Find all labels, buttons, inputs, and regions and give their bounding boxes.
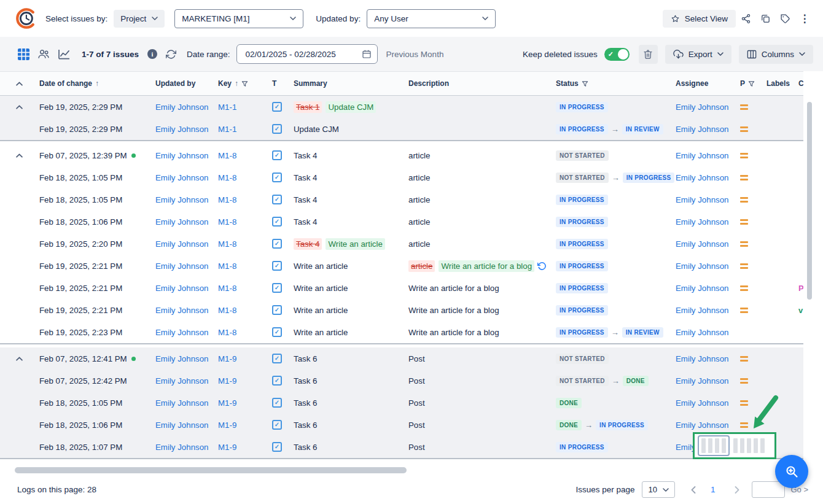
updated-by-link[interactable]: Emily Johnson [155,103,208,112]
column-header-description[interactable]: Description [408,79,556,88]
table-row[interactable]: Feb 19, 2025, 2:29 PMEmily JohnsonM1-1✓T… [0,96,803,118]
select-view-button[interactable]: Select View [663,10,736,28]
table-row[interactable]: Feb 19, 2025, 2:29 PMEmily JohnsonM1-1✓U… [0,118,803,140]
issue-key-link[interactable]: M1-1 [218,103,236,112]
updated-by-link[interactable]: Emily Johnson [155,195,208,204]
more-menu-button[interactable]: ⋮ [795,9,814,28]
collapse-all-button[interactable] [16,82,23,86]
next-page-button[interactable] [732,484,742,496]
assignee-link[interactable]: Emily Johnson [676,328,728,337]
updated-by-link[interactable]: Emily Johnson [155,217,208,227]
table-row[interactable]: Feb 19, 2025, 2:23 PMEmily JohnsonM1-8✓W… [0,321,803,343]
updated-by-link[interactable]: Emily Johnson [155,328,208,337]
sort-asc-icon[interactable]: ↑ [235,79,238,88]
keep-deleted-toggle[interactable]: ✓ [604,48,630,61]
assignee-link[interactable]: Emily Johnson [676,354,728,363]
column-header-c[interactable]: C [798,79,803,88]
assignee-link[interactable]: Emily Johnson [676,284,728,293]
share-button[interactable] [736,9,755,28]
issue-key-link[interactable]: M1-9 [218,398,236,408]
table-row[interactable]: Feb 19, 2025, 2:21 PMEmily JohnsonM1-8✓W… [0,255,803,277]
issue-key-link[interactable]: M1-8 [218,262,236,271]
column-header-labels[interactable]: Labels [766,79,798,88]
issue-key-link[interactable]: M1-8 [218,195,236,204]
updated-by-link[interactable]: Emily Johnson [155,376,208,386]
issue-key-link[interactable]: M1-8 [218,306,236,315]
issue-key-link[interactable]: M1-9 [218,354,236,363]
column-header-updated-by[interactable]: Updated by [155,79,218,88]
issue-key-link[interactable]: M1-8 [218,173,236,182]
table-row[interactable]: Feb 18, 2025, 1:06 PMEmily JohnsonM1-8✓T… [0,211,803,233]
date-range-input[interactable]: 02/01/2025 - 02/28/2025 [236,44,378,64]
project-select[interactable]: MARKETING [M1] [174,9,303,28]
issue-key-link[interactable]: M1-8 [218,217,236,227]
assignee-link[interactable]: Emily Johnson [676,125,728,134]
delete-button[interactable] [639,45,658,64]
assignee-link[interactable]: Emily Johnson [676,306,728,315]
labels-button[interactable] [775,9,795,28]
assignee-link[interactable]: Emily Johnson [676,376,728,386]
column-header-type[interactable]: T [272,79,294,88]
duplicate-view-button[interactable] [755,9,775,28]
assignee-link[interactable]: Emily Johnson [676,217,728,227]
updated-by-link[interactable]: Emily Johnson [155,306,208,315]
column-header-status[interactable]: Status [556,79,676,88]
sort-asc-icon[interactable]: ↑ [95,79,99,88]
table-row[interactable]: Feb 07, 2025, 12:42 PMEmily JohnsonM1-9✓… [0,370,803,392]
assignee-link[interactable]: Emily Johnson [676,173,728,182]
table-row[interactable]: Feb 18, 2025, 1:07 PMEmily JohnsonM1-9✓T… [0,436,803,458]
table-row[interactable]: Feb 19, 2025, 2:20 PMEmily JohnsonM1-8✓T… [0,233,803,255]
column-header-date[interactable]: Date of change ↑ [39,79,155,88]
column-header-key[interactable]: Key ↑ [218,79,272,88]
table-row[interactable]: Feb 18, 2025, 1:06 PMEmily JohnsonM1-9✓T… [0,414,803,436]
assignee-link[interactable]: Emily Johnson [676,262,728,271]
collapse-group-button[interactable] [16,357,23,361]
horizontal-scrollbar[interactable] [15,467,407,473]
table-row[interactable]: Feb 18, 2025, 1:05 PMEmily JohnsonM1-8✓T… [0,166,803,188]
table-row[interactable]: Feb 19, 2025, 2:21 PMEmily JohnsonM1-8✓W… [0,277,803,299]
updated-by-link[interactable]: Emily Johnson [155,354,208,363]
table-row[interactable]: Feb 07, 2025, 12:39 PMEmily JohnsonM1-8✓… [0,144,803,166]
assignee-link[interactable]: Emily Johnson [676,103,728,112]
updated-by-link[interactable]: Emily Johnson [155,284,208,293]
table-row[interactable]: Feb 18, 2025, 1:05 PMEmily JohnsonM1-8✓T… [0,188,803,211]
chart-view-button[interactable] [55,45,72,63]
column-header-summary[interactable]: Summary [294,79,408,88]
collapse-group-button[interactable] [16,153,23,158]
column-header-priority[interactable]: P [740,79,766,88]
issue-key-link[interactable]: M1-8 [218,284,236,293]
table-row[interactable]: Feb 18, 2025, 1:05 PMEmily JohnsonM1-9✓T… [0,392,803,414]
issue-key-link[interactable]: M1-8 [218,328,236,337]
issue-key-link[interactable]: M1-9 [218,421,236,430]
export-button[interactable]: Export [665,45,731,64]
assignee-link[interactable]: Emily Johnson [676,421,728,430]
refresh-button[interactable] [161,44,181,64]
updated-by-link[interactable]: Emily Johnson [155,173,208,182]
table-view-button[interactable] [15,45,32,63]
previous-month-link[interactable]: Previous Month [386,50,444,59]
user-select[interactable]: Any User [367,9,496,28]
column-header-assignee[interactable]: Assignee [676,79,740,88]
updated-by-link[interactable]: Emily Johnson [155,443,208,452]
issue-key-link[interactable]: M1-8 [218,239,236,249]
people-view-button[interactable] [35,45,52,63]
columns-button[interactable]: Columns [739,45,813,64]
updated-by-link[interactable]: Emily Johnson [155,151,208,160]
assignee-link[interactable]: Emily Johnson [676,398,728,408]
prev-page-button[interactable] [688,484,698,496]
updated-by-link[interactable]: Emily Johnson [155,239,208,249]
table-row[interactable]: Feb 07, 2025, 12:41 PMEmily JohnsonM1-9✓… [0,347,803,370]
zoom-search-fab[interactable] [775,455,808,488]
updated-by-link[interactable]: Emily Johnson [155,262,208,271]
table-row[interactable]: Feb 19, 2025, 2:21 PMEmily JohnsonM1-8✓W… [0,299,803,321]
issue-key-link[interactable]: M1-1 [218,125,236,134]
info-icon[interactable]: i [147,49,157,59]
updated-by-link[interactable]: Emily Johnson [155,125,208,134]
issue-key-link[interactable]: M1-9 [218,443,236,452]
vertical-scrollbar[interactable] [807,102,812,300]
issue-key-link[interactable]: M1-9 [218,376,236,386]
updated-by-link[interactable]: Emily Johnson [155,421,208,430]
undo-change-button[interactable] [537,262,547,271]
assignee-link[interactable]: Emily Johnson [676,239,728,249]
app-logo-icon[interactable] [14,7,37,30]
